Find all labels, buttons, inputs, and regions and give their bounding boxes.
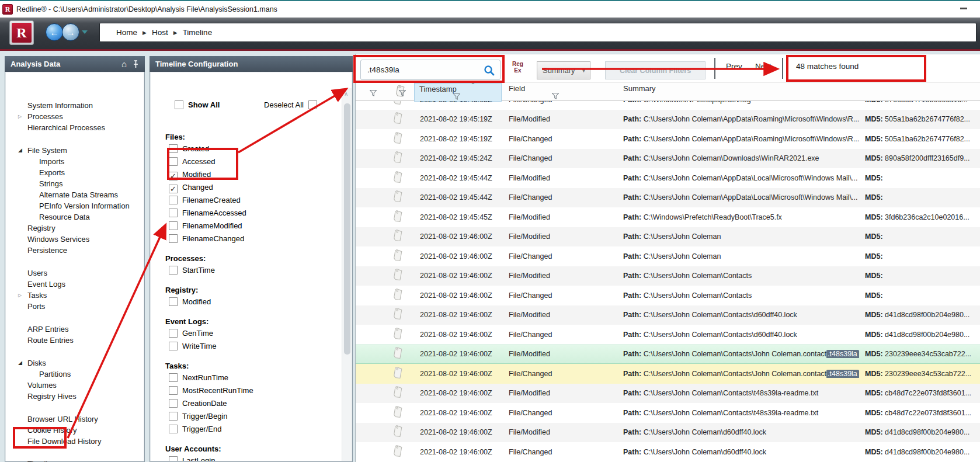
table-row[interactable]: 2021-08-02 19:45:44ZFile/ModifiedPath: C… bbox=[356, 168, 980, 188]
tag-icon[interactable] bbox=[392, 444, 405, 459]
tag-icon[interactable] bbox=[392, 112, 405, 127]
clear-column-filters-button[interactable]: Clear Column Filters bbox=[605, 61, 706, 79]
sidebar-item-partitions[interactable]: Partitions bbox=[5, 369, 144, 380]
deselect-all-checkbox[interactable] bbox=[308, 100, 317, 109]
nav-history-dropdown-icon[interactable] bbox=[82, 30, 88, 34]
prev-match-button[interactable]: Prev bbox=[726, 62, 742, 71]
checkbox-lastlogin[interactable] bbox=[169, 456, 178, 461]
checkbox-mostrecentruntime[interactable] bbox=[169, 386, 178, 395]
sidebar-item-users[interactable]: Users bbox=[5, 268, 144, 279]
checkbox-filenamecreated[interactable] bbox=[169, 196, 178, 204]
table-row[interactable]: 2021-08-02 19:45:19ZFile/ModifiedPath: C… bbox=[356, 110, 980, 130]
table-row[interactable]: 2021-08-02 19:45:05ZFile/ChangedPath: C:… bbox=[356, 101, 980, 110]
tag-icon[interactable] bbox=[392, 269, 405, 283]
table-row[interactable]: 2021-08-02 19:46:00ZFile/ChangedPath: C:… bbox=[356, 246, 980, 266]
tag-icon[interactable] bbox=[392, 151, 405, 166]
checkbox-creationdate[interactable] bbox=[169, 399, 178, 408]
sidebar-item-alternate-data-streams[interactable]: Alternate Data Streams bbox=[5, 189, 144, 200]
sidebar-item-timeline[interactable]: Timeline bbox=[5, 458, 144, 462]
checkbox-filenamemodified[interactable] bbox=[169, 221, 178, 230]
sidebar-item-imports[interactable]: Imports bbox=[5, 156, 144, 167]
checkbox-changed[interactable]: ✓ bbox=[169, 185, 178, 193]
tag-icon[interactable] bbox=[392, 230, 405, 244]
tree-expanded-icon[interactable]: ◢ bbox=[18, 357, 25, 369]
next-match-button[interactable]: Next bbox=[755, 62, 772, 71]
tag-icon[interactable] bbox=[392, 249, 405, 263]
sidebar-item-arp-entries[interactable]: ARP Entries bbox=[5, 324, 144, 335]
checkbox-created[interactable] bbox=[169, 144, 178, 153]
breadcrumb-item-host[interactable]: Host bbox=[152, 28, 168, 37]
sidebar-item-registry[interactable]: Registry bbox=[5, 223, 144, 234]
tag-icon[interactable] bbox=[392, 190, 405, 205]
table-row[interactable]: 2021-08-02 19:46:00ZFile/ModifiedPath: C… bbox=[356, 227, 980, 247]
tree-expanded-icon[interactable]: ◢ bbox=[18, 145, 25, 156]
row-filter-icon[interactable] bbox=[370, 90, 377, 96]
tag-icon[interactable] bbox=[392, 386, 405, 401]
tree-collapsed-icon[interactable]: ▷ bbox=[18, 290, 25, 301]
sidebar-item-file-download-history[interactable]: File Download History bbox=[5, 436, 144, 447]
sidebar-item-volumes[interactable]: Volumes bbox=[5, 380, 144, 391]
scrollbar-thumb[interactable] bbox=[344, 103, 350, 355]
search-icon[interactable] bbox=[484, 65, 495, 76]
minimize-button[interactable] bbox=[960, 8, 967, 9]
sidebar-item-ports[interactable]: Ports bbox=[5, 301, 144, 312]
config-scrollbar[interactable]: ∧ bbox=[342, 88, 352, 461]
tag-icon[interactable] bbox=[392, 131, 405, 146]
tag-icon[interactable] bbox=[392, 101, 405, 107]
checkbox-trigger-end[interactable] bbox=[169, 425, 178, 433]
tag-icon[interactable] bbox=[392, 288, 405, 303]
table-row[interactable]: 2021-08-02 19:46:00ZFile/ModifiedPath: C… bbox=[356, 266, 980, 286]
checkbox-writetime[interactable] bbox=[169, 342, 178, 350]
sidebar-item-windows-services[interactable]: Windows Services bbox=[5, 234, 144, 245]
sidebar-item-registry-hives[interactable]: Registry Hives bbox=[5, 391, 144, 402]
forward-button[interactable]: → bbox=[62, 23, 79, 41]
tag-icon[interactable] bbox=[392, 171, 405, 185]
sidebar-item-browser-url-history[interactable]: Browser URL History bbox=[5, 414, 144, 425]
tag-icon[interactable] bbox=[392, 405, 405, 420]
sidebar-item-tasks[interactable]: ▷Tasks bbox=[5, 290, 144, 301]
tag-icon[interactable] bbox=[392, 327, 405, 342]
search-box[interactable] bbox=[360, 60, 501, 80]
sidebar-item-hierarchical-processes[interactable]: Hierarchical Processes bbox=[5, 122, 144, 133]
checkbox-accessed[interactable] bbox=[169, 157, 178, 166]
sidebar-item-processes[interactable]: ▷Processes bbox=[5, 111, 144, 122]
table-row[interactable]: 2021-08-02 19:45:19ZFile/ChangedPath: C:… bbox=[356, 129, 980, 149]
sidebar-item-exports[interactable]: Exports bbox=[5, 167, 144, 178]
field-filter-icon[interactable] bbox=[552, 93, 559, 99]
redline-menu-button[interactable]: R bbox=[9, 20, 34, 45]
table-row[interactable]: 2021-08-02 19:46:00ZFile/ChangedPath: C:… bbox=[356, 403, 980, 423]
checkbox-trigger-begin[interactable] bbox=[169, 412, 178, 421]
tag-icon[interactable] bbox=[392, 308, 405, 322]
timestamp-column-header[interactable]: Timestamp ▲ bbox=[414, 83, 502, 102]
table-row[interactable]: 2021-08-02 19:46:00ZFile/ChangedPath: C:… bbox=[356, 325, 980, 345]
field-column-label[interactable]: Field bbox=[509, 84, 525, 93]
checkbox-gentime[interactable] bbox=[169, 329, 178, 338]
checkbox-modified[interactable]: ✓ bbox=[169, 172, 178, 180]
table-row[interactable]: 2021-08-02 19:46:00ZFile/ModifiedPath: C… bbox=[356, 384, 980, 404]
show-all-checkbox[interactable] bbox=[175, 100, 183, 109]
table-row[interactable]: 2021-08-02 19:46:00ZFile/ChangedPath: C:… bbox=[356, 442, 980, 462]
table-row[interactable]: 2021-08-02 19:45:45ZFile/ModifiedPath: C… bbox=[356, 207, 980, 227]
checkbox-filenamechanged[interactable] bbox=[169, 234, 178, 243]
tag-icon[interactable] bbox=[392, 210, 405, 224]
tag-icon[interactable] bbox=[392, 347, 405, 362]
sidebar-item-disks[interactable]: ◢Disks bbox=[5, 357, 144, 369]
checkbox-starttime[interactable] bbox=[169, 266, 178, 275]
back-button[interactable]: ← bbox=[46, 23, 63, 41]
sidebar-item-resource-data[interactable]: Resource Data bbox=[5, 211, 144, 223]
home-icon[interactable]: ⌂ bbox=[121, 59, 127, 69]
sidebar-item-system-information[interactable]: System Information bbox=[5, 100, 144, 111]
search-input[interactable] bbox=[361, 60, 500, 79]
regex-toggle[interactable]: Reg Ex bbox=[512, 61, 523, 74]
sidebar-item-route-entries[interactable]: Route Entries bbox=[5, 335, 144, 346]
sidebar-item-persistence[interactable]: Persistence bbox=[5, 245, 144, 256]
table-row[interactable]: 2021-08-02 19:46:00ZFile/ModifiedPath: C… bbox=[356, 423, 980, 443]
summary-column-label[interactable]: Summary bbox=[623, 84, 656, 93]
scrollbar-up-icon[interactable]: ∧ bbox=[344, 91, 348, 97]
table-row[interactable]: 2021-08-02 19:46:00ZFile/ModifiedPath: C… bbox=[356, 305, 980, 325]
sidebar-item-peinfo-version-information[interactable]: PEInfo Version Information bbox=[5, 200, 144, 211]
tag-icon[interactable] bbox=[392, 425, 405, 440]
pin-icon[interactable] bbox=[133, 60, 139, 68]
breadcrumb-item-timeline[interactable]: Timeline bbox=[183, 28, 213, 37]
tree-collapsed-icon[interactable]: ▷ bbox=[18, 111, 25, 122]
